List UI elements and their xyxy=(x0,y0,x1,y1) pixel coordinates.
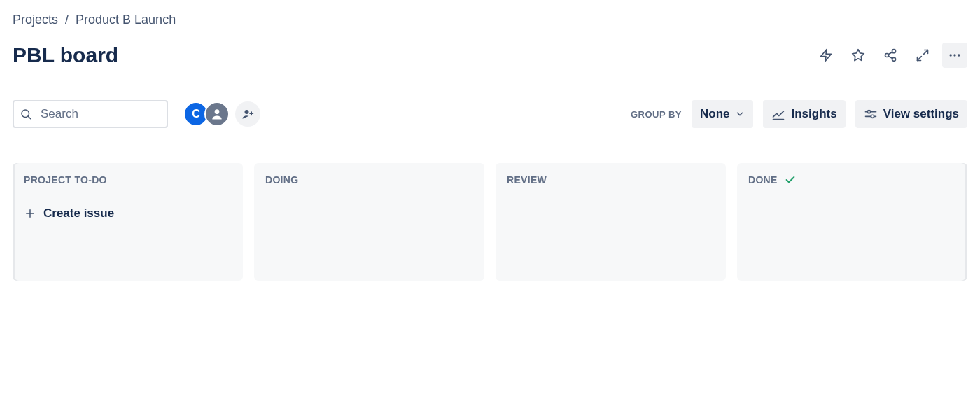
view-settings-button[interactable]: View settings xyxy=(855,100,967,128)
create-issue-label: Create issue xyxy=(43,206,114,220)
svg-point-15 xyxy=(245,110,249,114)
insights-icon xyxy=(771,107,785,121)
breadcrumb-projects[interactable]: Projects xyxy=(13,13,58,27)
share-icon xyxy=(883,48,897,62)
view-settings-label: View settings xyxy=(883,107,959,121)
search-wrap xyxy=(13,100,168,128)
svg-line-8 xyxy=(918,57,922,61)
svg-marker-1 xyxy=(853,50,864,61)
column-title: DONE xyxy=(748,174,778,185)
svg-point-14 xyxy=(215,109,220,114)
svg-point-9 xyxy=(950,54,952,56)
svg-line-13 xyxy=(28,116,30,118)
add-user-icon xyxy=(241,108,254,120)
more-icon xyxy=(948,48,962,62)
search-icon xyxy=(20,108,32,120)
sliders-icon xyxy=(864,107,878,121)
board: PROJECT TO-DO Create issue DOING REVIEW … xyxy=(13,163,967,281)
svg-marker-0 xyxy=(821,50,832,62)
groupby-label: GROUP BY xyxy=(631,109,682,120)
column-title: REVIEW xyxy=(507,174,547,185)
svg-line-5 xyxy=(888,56,892,58)
column-doing[interactable]: DOING xyxy=(254,163,484,281)
column-title: DOING xyxy=(265,174,298,185)
breadcrumb-separator: / xyxy=(65,13,69,27)
breadcrumb: Projects / Product B Launch xyxy=(13,13,967,27)
check-icon xyxy=(785,174,796,185)
page-title: PBL board xyxy=(13,43,118,67)
star-button[interactable] xyxy=(846,43,871,68)
fullscreen-button[interactable] xyxy=(910,43,935,68)
plus-icon xyxy=(24,207,36,220)
column-done[interactable]: DONE xyxy=(737,163,967,281)
person-icon xyxy=(210,107,224,121)
column-project-todo[interactable]: PROJECT TO-DO Create issue xyxy=(13,163,243,281)
svg-line-6 xyxy=(888,52,892,54)
search-input[interactable] xyxy=(13,100,168,128)
insights-button[interactable]: Insights xyxy=(763,100,845,128)
create-issue-button[interactable]: Create issue xyxy=(24,206,232,220)
more-actions-button[interactable] xyxy=(942,43,967,68)
expand-icon xyxy=(916,48,930,62)
svg-point-12 xyxy=(22,110,29,118)
svg-point-11 xyxy=(958,54,960,56)
column-review[interactable]: REVIEW xyxy=(496,163,726,281)
share-button[interactable] xyxy=(878,43,903,68)
breadcrumb-project-name[interactable]: Product B Launch xyxy=(76,13,176,27)
star-icon xyxy=(851,48,865,62)
groupby-value: None xyxy=(700,107,730,121)
groupby-dropdown[interactable]: None xyxy=(692,100,754,128)
svg-point-19 xyxy=(871,115,874,118)
svg-line-7 xyxy=(924,50,928,55)
lightning-icon xyxy=(819,48,833,62)
insights-label: Insights xyxy=(791,107,836,121)
avatar-unassigned[interactable] xyxy=(204,101,230,127)
avatar-group: C xyxy=(183,101,260,127)
add-people-button[interactable] xyxy=(235,101,260,127)
svg-point-10 xyxy=(953,54,955,56)
chevron-down-icon xyxy=(735,109,745,119)
title-actions xyxy=(813,43,967,68)
automation-button[interactable] xyxy=(813,43,839,68)
column-title: PROJECT TO-DO xyxy=(24,174,107,185)
svg-point-17 xyxy=(867,111,870,113)
